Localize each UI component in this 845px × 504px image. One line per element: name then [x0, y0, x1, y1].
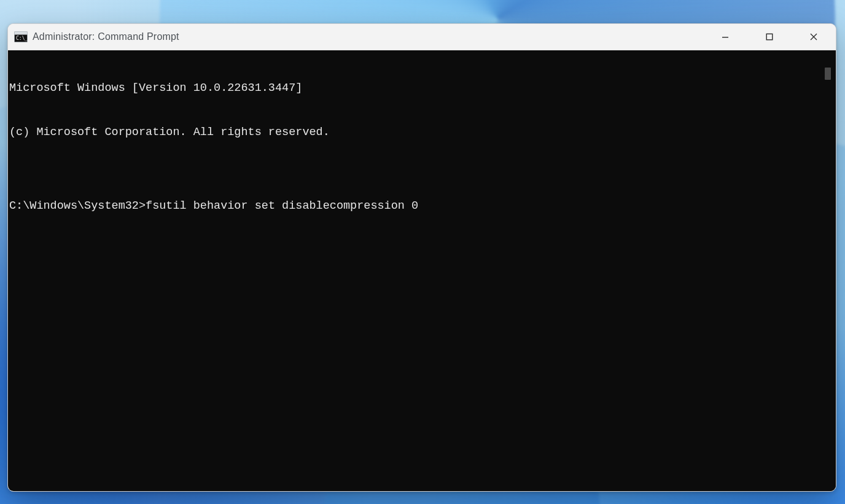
cmd-window: C:\_ Administrator: Command Prompt Micro…	[7, 23, 836, 492]
svg-rect-4	[766, 34, 773, 40]
scrollbar-thumb[interactable]	[825, 68, 831, 80]
svg-rect-1	[15, 32, 28, 35]
titlebar[interactable]: C:\_ Administrator: Command Prompt	[8, 24, 836, 50]
terminal-line: Microsoft Windows [Version 10.0.22631.34…	[9, 81, 820, 96]
scrollbar-track[interactable]	[820, 50, 836, 491]
terminal-output[interactable]: Microsoft Windows [Version 10.0.22631.34…	[8, 50, 820, 491]
svg-text:C:\_: C:\_	[16, 36, 28, 41]
close-button[interactable]	[792, 24, 836, 50]
terminal-prompt: C:\Windows\System32>	[9, 200, 146, 212]
terminal-line: (c) Microsoft Corporation. All rights re…	[9, 125, 820, 140]
minimize-button[interactable]	[703, 24, 747, 50]
desktop-wallpaper: C:\_ Administrator: Command Prompt Micro…	[0, 0, 845, 504]
terminal-command[interactable]: fsutil behavior set disablecompression 0	[146, 200, 418, 212]
svg-rect-3	[722, 37, 728, 37]
terminal-viewport[interactable]: Microsoft Windows [Version 10.0.22631.34…	[8, 50, 836, 491]
window-title: Administrator: Command Prompt	[33, 31, 179, 42]
window-controls	[703, 24, 836, 50]
terminal-prompt-line: C:\Windows\System32>fsutil behavior set …	[9, 199, 820, 214]
cmd-icon: C:\_	[14, 31, 28, 42]
maximize-button[interactable]	[747, 24, 792, 50]
